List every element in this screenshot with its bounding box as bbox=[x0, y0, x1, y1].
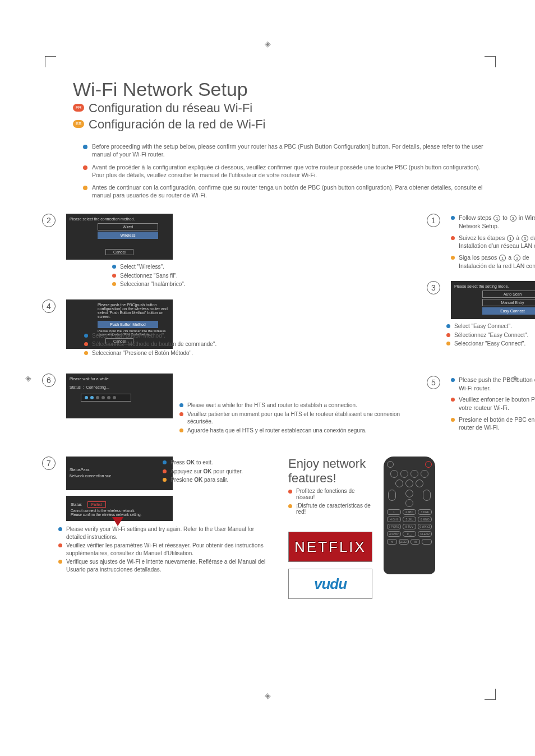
step-4: 4 Please push the PBC(push button config… bbox=[62, 299, 435, 357]
bullet-es-icon bbox=[179, 428, 183, 432]
channel-rocker bbox=[423, 490, 431, 501]
step3-fr: Sélectionnez "Easy Connect". bbox=[454, 332, 528, 338]
option-push-button-method[interactable]: Push Button Method bbox=[98, 321, 158, 328]
screen-header: Please select the connection method. bbox=[70, 217, 169, 221]
bullet-en-icon bbox=[446, 324, 450, 328]
crop-mark-icon: ◈ bbox=[25, 374, 31, 382]
step7-fr: Appuyez sur OK pour quitter. bbox=[170, 468, 243, 474]
step5-fr: Veuillez enfoncer le bouton PBC sur votr… bbox=[459, 396, 535, 411]
bullet-en-icon bbox=[83, 145, 87, 149]
remote-control-illustration: 1 2 ABC 3 DEF 4 GHI 5 JKL 6 MNO 7 PQRS 8… bbox=[384, 457, 435, 574]
bullet-en-icon bbox=[58, 527, 62, 531]
status-label: Status bbox=[70, 385, 81, 389]
screen-setting-mode: Please select the setting mode. Auto Sca… bbox=[451, 281, 535, 319]
bullet-en-icon bbox=[179, 403, 183, 407]
step6-en: Please wait a while for the HTS and rout… bbox=[187, 402, 357, 408]
bullet-fr-icon bbox=[84, 342, 88, 346]
screen-connecting: Please wait for a while. Status : Connec… bbox=[66, 374, 173, 418]
bullet-es-icon bbox=[83, 186, 87, 190]
key: 1 bbox=[387, 509, 401, 515]
bullet-es-icon bbox=[112, 282, 116, 286]
progress-indicator bbox=[81, 394, 131, 402]
step7-es: Presione OK para salir. bbox=[170, 477, 228, 483]
rewind-icon bbox=[395, 480, 403, 487]
step2-en: Select "Wireless". bbox=[120, 264, 164, 270]
option-manual-entry[interactable]: Manual Entry bbox=[482, 299, 535, 306]
bullet-es-icon bbox=[446, 342, 450, 345]
bullet-en-icon bbox=[112, 265, 116, 269]
key: 6 MNO bbox=[418, 517, 432, 522]
intro-es: Antes de continuar con la configuración,… bbox=[92, 184, 482, 199]
bullet-fr-icon bbox=[179, 412, 183, 416]
option-wired[interactable]: Wired bbox=[98, 223, 158, 231]
key: 4 GHI bbox=[387, 517, 401, 522]
bullet-fr-icon bbox=[58, 543, 62, 547]
failed-badge: Failed bbox=[87, 501, 106, 508]
bullet-fr-icon bbox=[446, 333, 450, 337]
step-3: 3 Please select the setting mode. Auto S… bbox=[446, 281, 535, 348]
status-label: Status bbox=[71, 503, 82, 506]
option-easy-connect[interactable]: Easy Connect bbox=[482, 307, 535, 315]
key: 7 PQRS bbox=[387, 524, 401, 529]
cancel-button[interactable]: Cancel bbox=[105, 249, 133, 255]
next-icon bbox=[421, 470, 428, 478]
forward-icon bbox=[416, 480, 423, 487]
bullet-fr-icon bbox=[451, 236, 455, 240]
subtitle-es: ES Configuración de la red de Wi-Fi bbox=[89, 117, 485, 133]
lang-tag-fr: FR bbox=[73, 104, 84, 112]
status-label: Status bbox=[70, 468, 81, 472]
bullet-es-icon bbox=[58, 560, 62, 564]
home-icon bbox=[405, 499, 413, 507]
key: 3 DEF bbox=[418, 509, 432, 515]
intro-block: Before proceeding with the setup below, … bbox=[83, 142, 485, 199]
step-5: 5 Please push the PBC button on your Wi-… bbox=[446, 376, 535, 432]
step3-en: Select "Easy Connect". bbox=[454, 323, 512, 329]
screen-header: Please select the setting mode. bbox=[454, 284, 535, 288]
verify-es: Verifique sus ajustes de Wi-Fi e intente… bbox=[66, 559, 265, 573]
extra-button bbox=[422, 539, 432, 545]
eject-icon bbox=[387, 461, 394, 468]
step1-fr: Suivez les étapes 1 à 3 dans Installatio… bbox=[459, 234, 535, 250]
stop-icon bbox=[405, 480, 413, 487]
step1-es: Siga los pasos 1 a 3 de Instalación de l… bbox=[459, 254, 535, 269]
enjoy-fr: Profitez de fonctions de réseau! bbox=[296, 488, 355, 500]
bullet-fr-icon bbox=[451, 398, 455, 402]
step4-fr: Sélectionnez "Méthode du bouton de comma… bbox=[92, 341, 216, 347]
key: 8 TUV bbox=[403, 524, 417, 529]
step-number: 4 bbox=[42, 299, 56, 313]
intro-fr: Avant de procéder à la configuration exp… bbox=[92, 164, 481, 178]
grid-button: ⊞ bbox=[411, 539, 421, 545]
step3-es: Seleccionar "Easy Connect". bbox=[454, 340, 525, 347]
pause-icon bbox=[411, 470, 418, 478]
step-2: 2 Please select the connection method. W… bbox=[62, 214, 435, 288]
bullet-es-icon bbox=[288, 504, 292, 508]
bullet-fr-icon bbox=[288, 490, 292, 494]
bullet-es-icon bbox=[84, 351, 88, 355]
bullet-fr-icon bbox=[163, 469, 167, 473]
step4-en: Select "Push Button Method". bbox=[92, 333, 165, 339]
option-auto-scan[interactable]: Auto Scan bbox=[482, 291, 535, 298]
step2-es: Seleccionar "Inalámbrico". bbox=[120, 281, 186, 287]
step-1: 1 Follow steps 1 to 3 in Wired LAN Netwo… bbox=[446, 214, 535, 270]
screen-pass: StatusPass Network connection suc bbox=[66, 457, 173, 490]
step-number: 5 bbox=[427, 376, 440, 389]
bullet-fr-icon bbox=[83, 165, 87, 170]
key: 5 JKL bbox=[403, 517, 417, 522]
bullet-fr-icon bbox=[112, 274, 116, 278]
bullet-en-icon bbox=[84, 334, 88, 338]
pass-badge: Pass bbox=[81, 468, 90, 472]
step5-es: Presione el botón de PBC en su router de… bbox=[459, 416, 535, 431]
step6-es: Aguarde hasta que el HTS y el router est… bbox=[187, 427, 367, 434]
enjoy-es: ¡Disfrute de características de red! bbox=[296, 503, 371, 515]
fail-msg: Please confirm the wireless network sett… bbox=[71, 513, 168, 517]
bullet-en-icon bbox=[451, 216, 455, 220]
step2-fr: Sélectionnez "Sans fil". bbox=[120, 273, 178, 279]
lang-tag-es: ES bbox=[73, 120, 84, 128]
fail-msg: Cannot connect to the wireless network. bbox=[71, 509, 168, 513]
sleep-button: SLEEP bbox=[399, 539, 409, 545]
key: 0 _, bbox=[403, 531, 417, 537]
bullet-es-icon bbox=[451, 256, 455, 260]
option-wireless[interactable]: Wireless bbox=[98, 232, 158, 239]
key: CLEAR bbox=[418, 531, 432, 537]
verify-en: Please verify your Wi-Fi settings and tr… bbox=[66, 526, 254, 540]
